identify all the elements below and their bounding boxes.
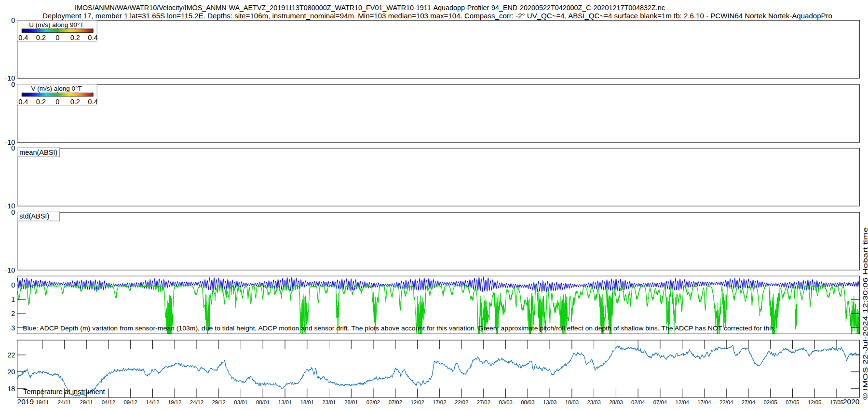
svg-text:-0.4: -0.4: [16, 34, 28, 41]
svg-text:-10: -10: [5, 266, 15, 274]
svg-text:24/11: 24/11: [58, 399, 71, 405]
svg-text:28/03: 28/03: [609, 399, 623, 405]
svg-text:29/12: 29/12: [212, 399, 226, 405]
svg-text:std(ABSI): std(ABSI): [19, 212, 49, 220]
svg-text:0.4: 0.4: [88, 34, 97, 41]
svg-text:08/03: 08/03: [521, 399, 534, 405]
svg-text:0: 0: [11, 16, 15, 24]
svg-text:0: 0: [55, 34, 59, 41]
svg-text:0: 0: [11, 144, 15, 152]
svg-text:19/11: 19/11: [36, 399, 49, 405]
svg-text:12/02: 12/02: [410, 399, 424, 405]
svg-text:29/11: 29/11: [80, 399, 93, 405]
svg-text:-3: -3: [9, 324, 15, 332]
svg-text:12/05: 12/05: [808, 399, 821, 405]
svg-text:-0.2: -0.2: [34, 34, 46, 41]
svg-text:Deployment 17, member 1 lat=31: Deployment 17, member 1 lat=31.65S lon=1…: [42, 12, 832, 20]
svg-text:-0.2: -0.2: [34, 98, 46, 106]
svg-text:23/03: 23/03: [587, 399, 600, 405]
svg-text:27/02: 27/02: [477, 399, 490, 405]
svg-text:0.4: 0.4: [88, 98, 97, 106]
svg-text:07/04: 07/04: [653, 399, 667, 405]
svg-text:12/04: 12/04: [676, 399, 689, 405]
svg-text:0.2: 0.2: [70, 34, 80, 41]
svg-text:2019: 2019: [17, 397, 34, 406]
svg-text:IMOS/ANMN/WA/WATR10/Velocity/I: IMOS/ANMN/WA/WATR10/Velocity/IMOS_ANMN-W…: [75, 4, 665, 12]
svg-text:02/05: 02/05: [764, 399, 777, 405]
svg-text:24/12: 24/12: [190, 399, 203, 405]
svg-text:-0.4: -0.4: [16, 98, 28, 106]
svg-text:18: 18: [7, 385, 15, 393]
svg-text:07/02: 07/02: [389, 399, 402, 405]
svg-text:08/01: 08/01: [256, 399, 270, 405]
svg-text:Blue: ADCP Depth (m) variation: Blue: ADCP Depth (m) variation from sens…: [23, 325, 776, 332]
svg-text:09/12: 09/12: [124, 399, 137, 405]
svg-text:13/01: 13/01: [278, 399, 292, 405]
svg-text:17/04: 17/04: [697, 399, 711, 405]
svg-text:23/01: 23/01: [322, 399, 336, 405]
svg-text:0: 0: [11, 81, 15, 88]
svg-text:17/05: 17/05: [830, 399, 843, 405]
svg-text:02/02: 02/02: [366, 399, 380, 405]
svg-text:17/02: 17/02: [433, 399, 446, 405]
svg-text:22/04: 22/04: [719, 399, 733, 405]
svg-text:14/12: 14/12: [146, 399, 159, 405]
svg-text:Temperature at instrument: Temperature at instrument: [23, 388, 105, 396]
svg-text:U (m/s) along 90°T: U (m/s) along 90°T: [29, 21, 83, 28]
svg-text:03/03: 03/03: [499, 399, 512, 405]
svg-text:13/03: 13/03: [543, 399, 556, 405]
svg-text:22: 22: [7, 351, 15, 359]
svg-text:02/04: 02/04: [631, 399, 645, 405]
svg-text:27/04: 27/04: [742, 399, 755, 405]
svg-text:18/03: 18/03: [565, 399, 579, 405]
svg-text:03/01: 03/01: [234, 399, 247, 405]
svg-text:0: 0: [11, 281, 15, 289]
svg-text:-1: -1: [9, 296, 15, 303]
svg-text:V (m/s) along 0°T: V (m/s) along 0°T: [31, 85, 81, 92]
svg-text:22/02: 22/02: [455, 399, 468, 405]
svg-text:20: 20: [7, 368, 15, 376]
svg-text:0: 0: [55, 98, 59, 106]
svg-text:18/01: 18/01: [300, 399, 314, 405]
svg-text:2020: 2020: [843, 397, 860, 406]
svg-text:07/05: 07/05: [786, 399, 799, 405]
svg-text:19/12: 19/12: [168, 399, 181, 405]
svg-text:0.2: 0.2: [70, 98, 80, 106]
svg-text:-2: -2: [9, 310, 15, 317]
svg-text:28/01: 28/01: [344, 399, 358, 405]
svg-text:0: 0: [11, 208, 15, 216]
svg-text:04/12: 04/12: [102, 399, 115, 405]
svg-text:© IMOS 22-Jul-2024 12:30:06 Ho: © IMOS 22-Jul-2024 12:30:06 Hobart time: [862, 227, 868, 400]
svg-text:mean(ABSI): mean(ABSI): [19, 149, 57, 156]
